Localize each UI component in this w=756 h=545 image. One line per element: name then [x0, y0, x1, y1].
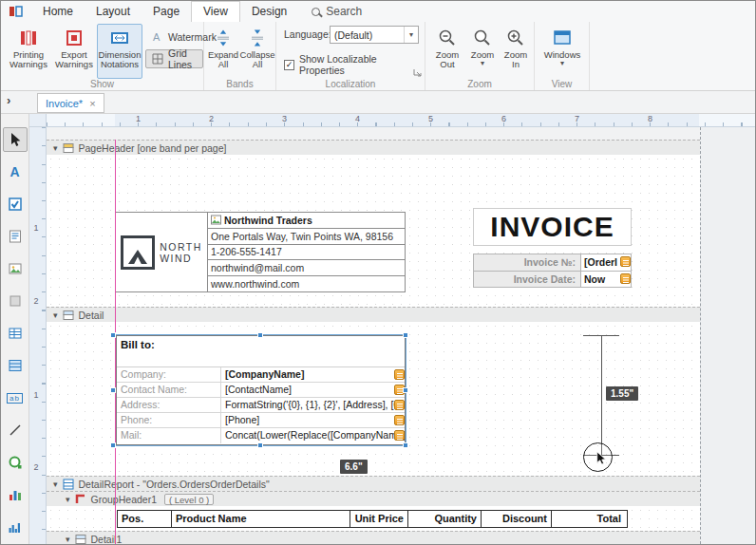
invoice-date-value[interactable]: Now [581, 272, 631, 287]
dialog-launcher-icon[interactable] [412, 67, 422, 77]
band-header-detailreport[interactable]: ▾ DetailReport - "Orders.OrdersOrderDeta… [47, 476, 700, 491]
table-of-contents-tool[interactable] [3, 353, 28, 378]
column-quantity[interactable]: Quantity [408, 511, 482, 527]
language-combobox[interactable]: (Default) ▾ [330, 26, 419, 44]
expression-smart-tag-icon[interactable] [620, 273, 631, 284]
collapse-all-button[interactable]: Collapse All [240, 24, 274, 79]
mail-row-value[interactable]: Concat(Lower(Replace([CompanyName], [221, 428, 405, 443]
invoice-date-row[interactable]: Invoice Date: Now [474, 271, 631, 287]
app-icon[interactable] [9, 5, 24, 18]
company-name-cell[interactable]: Northwind Traders [208, 213, 405, 229]
company-email-cell[interactable]: northwind@mail.com [208, 260, 405, 276]
windows-button[interactable]: Windows ▾ [540, 24, 584, 79]
bill-to-row-mail[interactable]: Mail: Concat(Lower(Replace([CompanyName]… [117, 428, 405, 443]
checkbox-tool[interactable] [3, 192, 28, 216]
ruler-corner [29, 114, 47, 127]
band-collapse-icon[interactable]: ▾ [53, 143, 58, 153]
picture-box-tool[interactable] [3, 256, 28, 281]
line-tool[interactable] [3, 418, 28, 442]
bill-to-row-phone[interactable]: Phone: [Phone] [117, 413, 405, 428]
tab-page[interactable]: Page [142, 1, 191, 22]
sparkline-tool[interactable] [3, 515, 28, 539]
export-warnings-button[interactable]: Export Warnings [52, 24, 96, 79]
document-tab-invoice[interactable]: Invoice* × [37, 93, 104, 113]
character-comb-tool[interactable]: ab [3, 385, 28, 410]
phone-row-value[interactable]: [Phone] [221, 413, 405, 427]
language-dropdown-icon[interactable]: ▾ [404, 27, 418, 43]
column-discount[interactable]: Discount [482, 511, 552, 527]
selection-handle[interactable] [257, 332, 263, 338]
band-header-detail[interactable]: ▾ Detail [47, 307, 700, 322]
tab-view[interactable]: View [191, 1, 240, 22]
zoom-button[interactable]: Zoom ▾ [467, 24, 498, 79]
bill-to-header-cell[interactable]: Bill to: [117, 336, 405, 367]
selection-handle[interactable] [110, 387, 116, 393]
band-collapse-icon[interactable]: ▾ [53, 310, 58, 320]
zoom-out-button[interactable]: Zoom Out [429, 24, 465, 79]
expression-smart-tag-icon[interactable] [394, 430, 405, 441]
column-unit-price[interactable]: Unit Price [350, 511, 408, 527]
panel-tool[interactable] [3, 289, 28, 313]
band-header-groupheader1[interactable]: ▾ GroupHeader1 ( Level 0 ) [47, 491, 700, 506]
company-logo[interactable]: NORTH WIND [116, 213, 208, 291]
bill-to-table[interactable]: Bill to: Company: [CompanyName] Contact … [116, 335, 406, 445]
shape-tool[interactable] [3, 450, 28, 475]
label-tool[interactable]: A [3, 160, 28, 184]
windows-dropdown-icon[interactable]: ▾ [560, 60, 564, 66]
band-header-detail1[interactable]: ▾ Detail1 [47, 531, 700, 545]
panel-expand-icon[interactable]: › [7, 93, 10, 107]
column-product-name[interactable]: Product Name [172, 511, 350, 527]
ribbon-search[interactable]: Search [312, 5, 362, 18]
zoom-in-button[interactable]: Zoom In [500, 24, 532, 79]
bill-to-row-address[interactable]: Address: FormatString('{0}, {1}, {2}', [… [117, 398, 405, 413]
company-row-value[interactable]: [CompanyName] [221, 367, 405, 382]
vertical-ruler[interactable]: 1 2 1 2 [29, 127, 47, 544]
invoice-number-row[interactable]: Invoice №: [OrderI [474, 254, 631, 271]
selection-handle[interactable] [403, 442, 408, 448]
company-name: Northwind Traders [224, 215, 312, 226]
rich-text-tool[interactable] [3, 224, 28, 249]
company-address-cell[interactable]: One Portals Way, Twin Points WA, 98156 [208, 229, 405, 245]
expression-smart-tag-icon[interactable] [620, 256, 631, 267]
selection-handle[interactable] [403, 387, 408, 393]
selection-handle[interactable] [403, 332, 408, 338]
expression-smart-tag-icon[interactable] [394, 369, 405, 380]
bill-to-row-contact[interactable]: Contact Name: [ContactName] [117, 383, 405, 398]
tab-home[interactable]: Home [31, 1, 85, 22]
selection-handle[interactable] [110, 442, 116, 448]
band-header-pageheader[interactable]: ▾ PageHeader [one band per page] [47, 140, 700, 155]
selection-handle[interactable] [110, 332, 116, 338]
report-designer-window: Home Layout Page View Design Search Prin… [0, 0, 756, 545]
expression-smart-tag-icon[interactable] [394, 415, 405, 425]
address-row-value[interactable]: FormatString('{0}, {1}, {2}', [Address],… [221, 398, 405, 412]
expand-all-button[interactable]: Expand All [206, 24, 240, 79]
company-website-cell[interactable]: www.northwind.com [208, 276, 405, 291]
column-pos[interactable]: Pos. [118, 511, 172, 527]
zoom-dropdown-icon[interactable]: ▾ [481, 60, 484, 66]
table-tool[interactable] [3, 321, 28, 346]
invoice-title-label[interactable]: INVOICE [473, 208, 632, 246]
order-columns-header-table[interactable]: Pos. Product Name Unit Price Quantity Di… [117, 510, 628, 528]
grid-lines-button[interactable]: Grid Lines [145, 49, 203, 68]
chart-tool[interactable] [3, 482, 28, 507]
dimension-notations-button[interactable]: Dimension Notations [97, 24, 142, 79]
company-phone-cell[interactable]: 1-206-555-1417 [208, 245, 405, 261]
bill-to-row-company[interactable]: Company: [CompanyName] [117, 367, 405, 383]
printing-warnings-button[interactable]: Printing Warnings [7, 24, 50, 79]
band-collapse-icon[interactable]: ▾ [53, 479, 58, 489]
show-localizable-checkbox[interactable]: ✓ Show Localizable Properties [284, 53, 425, 76]
tab-design[interactable]: Design [240, 1, 298, 22]
invoice-number-value[interactable]: [OrderI [581, 254, 631, 271]
horizontal-ruler[interactable]: 1 2 3 4 5 6 7 8 [47, 114, 755, 127]
selection-handle[interactable] [257, 442, 263, 448]
band-collapse-icon[interactable]: ▾ [66, 495, 70, 504]
invoice-fields-table[interactable]: Invoice №: [OrderI Invoice Date: Now [473, 254, 632, 288]
contact-row-value[interactable]: [ContactName] [221, 383, 405, 397]
tab-layout[interactable]: Layout [85, 1, 142, 22]
tab-close-icon[interactable]: × [89, 98, 95, 109]
column-total[interactable]: Total [552, 511, 625, 527]
company-info-table[interactable]: NORTH WIND Northwind Traders One Portals… [115, 212, 406, 292]
band-collapse-icon[interactable]: ▾ [66, 535, 70, 544]
pointer-tool[interactable] [3, 127, 28, 152]
expression-smart-tag-icon[interactable] [394, 400, 405, 410]
